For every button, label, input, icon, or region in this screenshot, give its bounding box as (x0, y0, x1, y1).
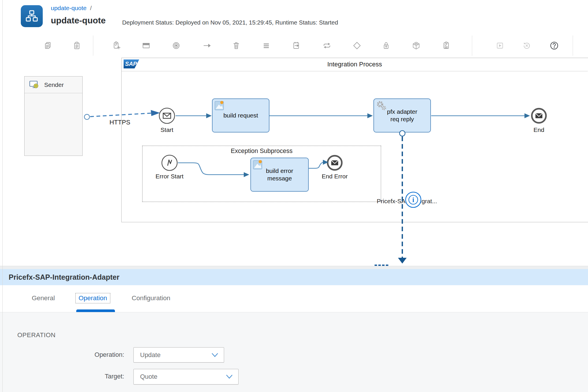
paste-icon[interactable] (72, 41, 82, 51)
operation-field-label: Operation: (38, 351, 124, 359)
iflow-icon (21, 5, 43, 27)
properties-panel-header: Pricefx-SAP-Integration-Adapter (0, 269, 588, 285)
toolbar-separator (472, 36, 472, 56)
pool-title: Integration Process (122, 61, 588, 68)
cpi-flow-editor: update-quote / update-quote Deployment S… (0, 0, 588, 392)
editor-toolbar (0, 34, 588, 58)
error-start-event[interactable] (161, 154, 178, 171)
properties-tabs: General Operation Configuration (0, 285, 588, 312)
delete-icon[interactable] (231, 41, 241, 51)
gears-icon (376, 100, 388, 111)
end-error-event[interactable] (326, 154, 343, 171)
section-title: OPERATION (17, 331, 55, 339)
restore-icon[interactable] (522, 41, 532, 51)
message-flow-endpoint[interactable] (84, 114, 90, 120)
sender-participant[interactable]: Sender (24, 76, 83, 156)
subprocess-title: Exception Subprocess (143, 148, 381, 155)
target-icon[interactable] (171, 41, 181, 51)
end-error-label: End Error (309, 173, 361, 180)
target-field-label: Target: (38, 373, 124, 380)
task-pfx-adapter-req-reply[interactable]: pfx adapter req reply (373, 98, 431, 132)
svg-text:i: i (412, 196, 414, 204)
error-start-label: Error Start (144, 173, 196, 180)
page-header: update-quote / update-quote Deployment S… (0, 0, 588, 34)
target-select-value: Quote (134, 373, 226, 380)
breadcrumb-separator: / (90, 5, 92, 11)
simulate-play-icon[interactable] (495, 41, 505, 51)
checklist-icon[interactable] (441, 41, 451, 51)
toolbar-separator (573, 36, 573, 56)
task-label: build request (217, 112, 264, 119)
sender-header: Sender (25, 76, 82, 93)
end-label: End (522, 126, 556, 133)
copy-icon[interactable] (43, 41, 53, 51)
arrowhead-down (398, 258, 407, 264)
flow-canvas[interactable]: SAP Integration Process Sender Pricefx-S… (0, 57, 588, 266)
package-icon[interactable] (411, 41, 421, 51)
breadcrumb-link[interactable]: update-quote (51, 5, 87, 11)
add-step-icon[interactable] (111, 41, 121, 51)
lock-icon[interactable] (381, 41, 391, 51)
start-label: Start (150, 126, 184, 133)
pool-header: SAP Integration Process (122, 58, 588, 71)
start-event[interactable] (159, 107, 175, 124)
help-icon[interactable] (549, 41, 559, 51)
chevron-down-icon (211, 352, 219, 358)
send-step-icon[interactable] (291, 41, 301, 51)
window-left-border (2, 0, 3, 392)
task-build-error-message[interactable]: build error message (250, 158, 309, 192)
active-tab-underline (76, 309, 115, 312)
end-event[interactable] (531, 107, 547, 124)
gateway-icon[interactable] (352, 41, 362, 51)
page-title: update-quote (51, 16, 106, 25)
deployment-status: Deployment Status: Deployed on Nov 05, 2… (122, 19, 338, 26)
transform-icon[interactable] (322, 41, 332, 51)
sender-label: Sender (44, 81, 64, 88)
lines-icon[interactable] (261, 41, 271, 51)
breadcrumb: update-quote / (51, 5, 92, 12)
tab-configuration[interactable]: Configuration (129, 293, 173, 303)
connector-arrow-icon[interactable] (202, 41, 212, 51)
properties-panel-body: OPERATION Operation: Update Target: Quot… (0, 312, 588, 392)
tab-general[interactable]: General (29, 293, 58, 303)
horizontal-scroll-strip[interactable] (0, 266, 588, 269)
tab-operation[interactable]: Operation (76, 293, 110, 303)
operation-select-value: Update (134, 351, 211, 359)
task-build-request[interactable]: build request (212, 98, 269, 132)
script-icon (215, 100, 224, 110)
participant-icon[interactable] (141, 41, 151, 51)
info-icon[interactable]: i (405, 191, 422, 209)
operation-select[interactable]: Update (133, 347, 224, 363)
chevron-down-icon (226, 374, 233, 379)
script-icon (253, 160, 263, 169)
sender-icon (29, 81, 40, 89)
https-label: HTTPS (103, 119, 137, 126)
target-select[interactable]: Quote (133, 369, 239, 384)
properties-panel-title: Pricefx-SAP-Integration-Adapter (9, 269, 119, 285)
toolbar-separator (93, 36, 93, 56)
